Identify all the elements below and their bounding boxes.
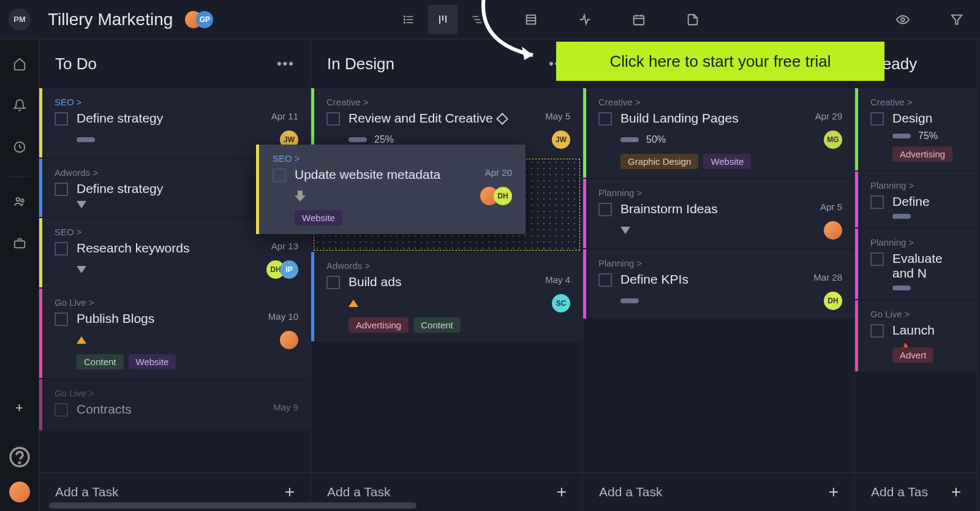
progress-bar	[892, 286, 911, 290]
task-checkbox[interactable]	[273, 168, 286, 182]
tag[interactable]: Content	[77, 354, 124, 369]
task-checkbox[interactable]	[55, 183, 68, 196]
task-checkbox[interactable]	[598, 273, 612, 287]
sidebar-user-avatar[interactable]	[9, 482, 30, 502]
task-card[interactable]: Adwords >Build adsMay 4SCAdvertisingCont…	[311, 252, 582, 341]
file-icon[interactable]	[678, 5, 707, 34]
task-card[interactable]: Planning >Evaluate and N	[855, 229, 977, 299]
task-card[interactable]: Go Live >LaunchAdvert	[855, 300, 977, 371]
plus-icon: +	[829, 482, 839, 502]
card-crumb[interactable]: Adwords >	[326, 260, 570, 271]
project-title: Tillery Marketing	[48, 10, 173, 29]
avatar[interactable]: MG	[824, 131, 842, 149]
card-title: Brainstorm Ideas	[620, 202, 718, 216]
task-checkbox[interactable]	[55, 112, 68, 126]
card-crumb[interactable]: Planning >	[598, 258, 842, 268]
tag[interactable]: Advertising	[892, 146, 952, 162]
task-card[interactable]: Go Live >Publish BlogsMay 10ContentWebsi…	[39, 289, 311, 378]
task-checkbox[interactable]	[55, 242, 68, 255]
sidebar-add-icon[interactable]: +	[7, 396, 32, 420]
priority-low-icon	[77, 266, 86, 273]
tag[interactable]: Advert	[892, 347, 933, 363]
sidebar-home-icon[interactable]	[7, 51, 32, 76]
avatar[interactable]: DH	[494, 187, 512, 205]
card-meta	[77, 331, 298, 349]
progress-pct: 50%	[646, 134, 666, 145]
task-card[interactable]: Planning >Define	[855, 172, 977, 227]
task-checkbox[interactable]	[870, 252, 884, 266]
kanban-column: In Design•••Creative >Review and Edit Cr…	[311, 39, 583, 511]
avatar[interactable]: DH	[824, 292, 842, 310]
card-avatars: DHIP	[266, 260, 298, 279]
card-title: Define strategy	[77, 181, 163, 196]
card-crumb[interactable]: Go Live >	[55, 388, 298, 398]
activity-icon[interactable]	[570, 5, 600, 34]
priority-low-icon	[620, 227, 630, 234]
calendar-icon[interactable]	[624, 5, 654, 34]
add-task-button[interactable]: Add a Task+	[583, 472, 854, 511]
tag[interactable]: Website	[129, 354, 176, 369]
tag[interactable]: Website	[295, 210, 342, 225]
card-crumb[interactable]: Creative >	[870, 97, 965, 107]
card-crumb[interactable]: Go Live >	[55, 297, 298, 308]
app-logo[interactable]: PM	[9, 9, 31, 31]
avatar[interactable]: SC	[552, 294, 570, 312]
card-crumb[interactable]: Planning >	[870, 237, 965, 248]
card-crumb[interactable]: Planning >	[598, 187, 842, 198]
task-checkbox[interactable]	[870, 324, 884, 338]
avatar[interactable]: GP	[196, 11, 213, 28]
column-menu-icon[interactable]: •••	[277, 56, 295, 72]
task-checkbox[interactable]	[598, 203, 612, 216]
tag[interactable]: Advertising	[349, 317, 409, 333]
card-title: Define	[892, 194, 930, 209]
task-card[interactable]: Planning >Define KPIsMar 28DH	[583, 249, 854, 319]
card-date: May 4	[539, 274, 570, 285]
task-checkbox[interactable]	[326, 276, 340, 289]
task-checkbox[interactable]	[870, 195, 884, 209]
tag[interactable]: Content	[413, 317, 461, 333]
tag[interactable]: Website	[703, 154, 751, 169]
sidebar-people-icon[interactable]	[7, 189, 32, 214]
sidebar-briefcase-icon[interactable]	[7, 231, 32, 255]
card-crumb[interactable]: Creative >	[326, 97, 570, 107]
sidebar-help-icon[interactable]	[7, 445, 32, 469]
card-crumb[interactable]: Creative >	[598, 97, 842, 107]
task-checkbox[interactable]	[326, 112, 340, 126]
card-title: Design	[892, 111, 932, 126]
filter-icon[interactable]	[942, 5, 971, 34]
sidebar-clock-icon[interactable]	[7, 135, 32, 159]
dragging-card[interactable]: SEO > Update website metadata Apr 20 DH …	[256, 145, 526, 234]
eye-icon[interactable]	[888, 5, 918, 34]
card-meta: 50%MG	[620, 131, 842, 149]
horizontal-scrollbar[interactable]	[49, 502, 417, 509]
avatar[interactable]: JW	[552, 131, 570, 149]
card-title: Contracts	[77, 402, 132, 417]
task-card[interactable]: Go Live >ContractsMay 9	[39, 379, 311, 430]
tag[interactable]: Graphic Design	[620, 154, 698, 169]
sidebar-bell-icon[interactable]	[7, 93, 32, 118]
view-list-icon[interactable]	[394, 5, 423, 34]
column-title: To Do	[55, 55, 97, 74]
avatar[interactable]	[280, 331, 298, 349]
avatar[interactable]	[824, 221, 842, 240]
card-crumb[interactable]: SEO >	[55, 97, 298, 107]
add-task-button[interactable]: Add a Tas+	[855, 472, 977, 511]
arrow-annotation	[466, 0, 557, 80]
task-card[interactable]: Planning >Brainstorm IdeasApr 5	[583, 179, 854, 248]
task-checkbox[interactable]	[870, 112, 884, 126]
task-checkbox[interactable]	[55, 312, 68, 326]
card-crumb[interactable]: Go Live >	[870, 309, 965, 319]
avatar[interactable]: IP	[280, 260, 298, 279]
view-board-icon[interactable]	[428, 5, 458, 34]
task-card[interactable]: Creative >Design75%Advertising	[855, 88, 977, 170]
card-crumb[interactable]: Planning >	[870, 180, 965, 191]
task-checkbox[interactable]	[598, 112, 612, 126]
progress-bar	[620, 298, 639, 303]
header-avatars[interactable]: GP	[185, 11, 213, 28]
kanban-column: ReadyCreative >Design75%AdvertisingPlann…	[855, 39, 978, 511]
task-checkbox[interactable]	[55, 403, 68, 417]
kanban-column: To Do•••SEO >Define strategyApr 11JWAdwo…	[39, 39, 311, 511]
column-body: Creative >Design75%AdvertisingPlanning >…	[855, 88, 977, 472]
cta-banner[interactable]: Click here to start your free trial	[556, 42, 884, 81]
task-card[interactable]: Creative >Build Landing PagesApr 2950%MG…	[583, 88, 854, 178]
